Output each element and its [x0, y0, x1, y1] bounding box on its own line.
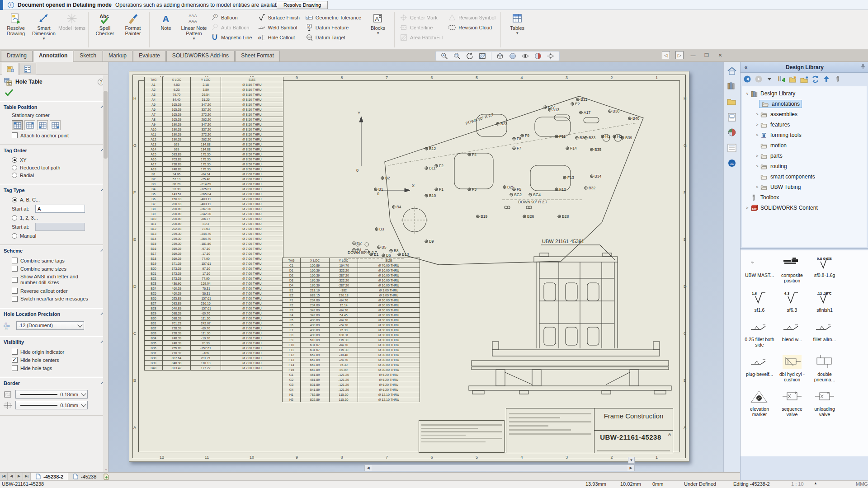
hole-tag-marker[interactable]: SG2	[510, 192, 522, 197]
hide-origin-checkbox[interactable]	[12, 349, 18, 355]
bend-note[interactable]: DOWN 90° R 2.7	[465, 112, 495, 126]
tree-item-annotations[interactable]: annotations	[743, 99, 867, 109]
hole-tag-marker[interactable]: E2	[571, 102, 580, 106]
hole-tag-marker[interactable]: B39	[621, 136, 632, 140]
view-settings-icon[interactable]	[547, 52, 555, 60]
hole-tag-marker[interactable]: B19	[476, 214, 488, 219]
hole-tag-marker[interactable]: F10	[555, 187, 566, 192]
tab-sketch[interactable]: Sketch	[74, 51, 102, 61]
ribbon-tables[interactable]: Tables▼	[503, 11, 531, 48]
hole-table-row[interactable]: B16369.39-97.10Ø 7.00 THRU	[145, 246, 283, 251]
ribbon-weld-symbol[interactable]: Weld Symbol	[255, 23, 302, 33]
hole-table-row[interactable]: B27593.89216.16Ø 7.00 THRU	[145, 301, 283, 306]
hole-tag-marker[interactable]: B10	[425, 193, 436, 198]
section-header[interactable]: Tag Order	[0, 145, 108, 155]
hole-tag-marker[interactable]: F14	[566, 146, 577, 150]
hole-tag-marker[interactable]: B11	[425, 166, 436, 170]
options-icon[interactable]	[834, 75, 842, 83]
ribbon-resolve-drawing[interactable]: Resolve Drawing	[2, 11, 30, 48]
status-units[interactable]: MMGS	[856, 481, 868, 487]
library-item-sfinish1[interactable]: .12 .25 Csfinish1	[808, 290, 841, 313]
hole-table-row[interactable]: B32728.39-60.70Ø 7.00 THRU	[145, 326, 283, 331]
section-header[interactable]: Tag Type	[0, 185, 108, 195]
hole-table-row[interactable]: F3342.89-64.70Ø 30.00 THRU	[283, 308, 420, 313]
hole-table-row[interactable]: A29.233.89Ø 8.50 THRU	[145, 87, 283, 92]
hole-table-row[interactable]: B7200.18-403.11Ø 7.00 THRU	[145, 202, 283, 206]
tree-item-features[interactable]: >features	[743, 119, 867, 130]
library-item-sequence-valve[interactable]: sequence valve	[776, 389, 808, 417]
tab-evaluate[interactable]: Evaluate	[133, 51, 166, 61]
collapse-icon[interactable]: «	[741, 64, 751, 70]
ribbon-balloon[interactable]: 1Balloon	[208, 13, 255, 23]
hide-hole-tags-checkbox[interactable]	[12, 365, 18, 371]
chevron-collapsed-icon[interactable]: >	[755, 164, 760, 169]
drawing-sheet[interactable]: 121211111010998877665544332211HHGGFFEEDD…	[129, 71, 689, 462]
tag-type-manual[interactable]: Manual	[12, 233, 108, 239]
hole-tag-marker[interactable]: B5	[377, 245, 387, 249]
library-item-dbl-hyd-cyl-cushion[interactable]: dbl hyd cyl - cushion	[776, 354, 808, 382]
combine-same-sizes-row[interactable]: Combine same sizes	[12, 266, 108, 272]
hide-hole-centers-row[interactable]: Hide hole centers	[12, 357, 108, 363]
scroll-left-icon[interactable]: ◀	[365, 465, 372, 471]
radio-manual[interactable]	[12, 233, 17, 239]
hole-tag-marker[interactable]: B34	[590, 174, 602, 178]
hole-tag-marker[interactable]: F7	[513, 146, 522, 150]
chevron-down-icon[interactable]: ▼	[192, 37, 196, 41]
switch-near-far-row[interactable]: Switch near/far side messages	[12, 296, 108, 302]
bend-note[interactable]: DOWN 90° R 2.7	[518, 200, 547, 204]
caret-icon[interactable]	[766, 75, 774, 83]
hole-table-row[interactable]: A484.4031.25Ø 8.50 THRU	[145, 97, 283, 102]
chevron-down-icon[interactable]: ▼	[42, 37, 46, 41]
section-view-icon[interactable]	[478, 52, 486, 60]
tree-item-smart-components[interactable]: smart components	[743, 171, 867, 182]
hole-table-row[interactable]: B29698.39-60.70Ø 7.00 THRU	[145, 311, 283, 316]
hole-table-row[interactable]: F11631.67115.30Ø 30.00 THRU	[283, 347, 420, 352]
hole-table-row[interactable]: B12202.0373.53Ø 7.00 THRU	[145, 226, 283, 231]
tag-order-radial[interactable]: Radial	[12, 173, 108, 178]
taskpane-file-explorer-icon[interactable]	[726, 96, 737, 107]
hole-table-row[interactable]: B388.78-214.69Ø 7.00 THRU	[145, 182, 283, 187]
hole-table-row[interactable]: B33728.39111.30Ø 7.00 THRU	[145, 331, 283, 336]
chevron-collapsed-icon[interactable]: >	[755, 112, 760, 117]
library-item-sf0-8-1-6g[interactable]: 0.8 G 1.6sf0.8-1.6g	[808, 255, 841, 283]
hole-tag-marker[interactable]: B1	[374, 187, 383, 192]
hole-tag-marker[interactable]: SG4	[529, 192, 541, 197]
start-at-input[interactable]	[35, 205, 85, 213]
ribbon-surface-finish[interactable]: Surface Finish	[255, 13, 302, 23]
tree-item-motion[interactable]: motion	[743, 140, 867, 150]
resolve-drawing-button[interactable]: Resolve Drawing	[277, 1, 328, 9]
minimize-icon[interactable]: —	[689, 51, 697, 59]
radio-radial[interactable]	[12, 173, 17, 178]
ribbon-datum-feature[interactable]: ADatum Feature	[302, 23, 364, 33]
hole-table-row[interactable]: B17369.39-17.10Ø 7.00 THRU	[145, 251, 283, 256]
hole-table-row[interactable]: B11200.898.23Ø 7.00 THRU	[145, 221, 283, 226]
hole-table-row[interactable]: B257.13-25.40Ø 7.00 THRU	[145, 177, 283, 182]
chevron-collapsed-icon[interactable]: >	[755, 122, 760, 127]
horizontal-scrollbar[interactable]: ◀ ▶	[364, 465, 635, 471]
library-item-elevation-marker[interactable]: elevation marker	[743, 389, 776, 417]
hole-tag-marker[interactable]: B35	[590, 147, 602, 152]
hole-tag-marker[interactable]: B23	[496, 122, 508, 126]
tab-configuration-manager[interactable]	[19, 63, 36, 75]
tab-drawing[interactable]: Drawing	[1, 51, 33, 61]
ribbon-revision-cloud[interactable]: Revision Cloud	[445, 23, 498, 33]
attach-anchor-row[interactable]: Attach to anchor point	[12, 132, 108, 138]
taskpane-library-icon[interactable]	[726, 81, 737, 92]
taskpane-custom-properties-icon[interactable]	[726, 142, 737, 153]
chevron-down-icon[interactable]: ▼	[376, 31, 380, 35]
hole-table-row[interactable]: B34748.39-19.70Ø 7.00 THRU	[145, 336, 283, 341]
sheet-nav-icon[interactable]: ▶	[15, 473, 23, 480]
chevron-expanded-icon[interactable]: v	[745, 91, 750, 96]
sheet-nav-icon[interactable]: ◀	[8, 473, 15, 480]
hole-table-row[interactable]: A16703.89175.30Ø 8.50 THRU	[145, 157, 283, 162]
hole-table-row[interactable]: B39848.98110.13Ø 7.00 THRU	[145, 361, 283, 366]
tab-property-manager[interactable]	[2, 63, 19, 75]
up-icon[interactable]	[822, 75, 830, 83]
hole-tag-marker[interactable]: B38	[609, 109, 620, 113]
ribbon-blocks[interactable]: ABlocks▼	[364, 11, 392, 48]
library-item-sf1-6[interactable]: 1.6sf1.6	[743, 290, 776, 313]
add-sheet-icon[interactable]	[101, 473, 111, 480]
stationary-corner-button-3[interactable]	[37, 120, 48, 130]
ansi-checkbox[interactable]	[12, 277, 18, 283]
tree-item-ubw-tubing[interactable]: >UBW Tubing	[743, 182, 867, 192]
